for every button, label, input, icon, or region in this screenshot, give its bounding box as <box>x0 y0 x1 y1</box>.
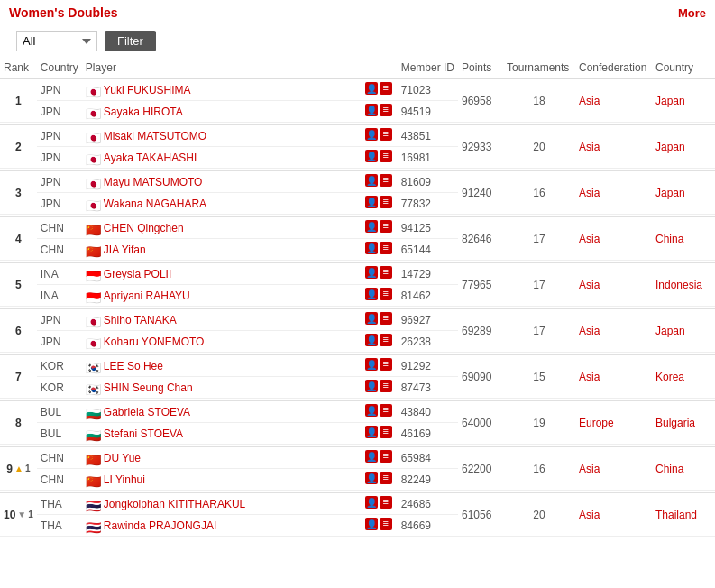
list-icon[interactable] <box>380 334 392 346</box>
player-name[interactable]: 🇯🇵Shiho TANAKA <box>82 309 362 331</box>
country-code: JPN <box>37 79 82 101</box>
player-name[interactable]: 🇯🇵Koharu YONEMOTO <box>82 331 362 353</box>
player-icons[interactable] <box>362 493 398 515</box>
player-name[interactable]: 🇯🇵Sayaka HIROTA <box>82 101 362 123</box>
list-icon[interactable] <box>380 220 392 233</box>
list-icon[interactable] <box>380 104 392 116</box>
person-icon[interactable] <box>365 150 378 162</box>
table-row: 9▲1CHN🇨🇳DU Yue659846220016AsiaChina <box>0 447 715 469</box>
player-icons[interactable] <box>362 447 398 469</box>
list-icon[interactable] <box>380 196 392 208</box>
country-code: JPN <box>37 309 82 331</box>
list-icon[interactable] <box>380 266 392 279</box>
person-icon[interactable] <box>365 496 378 509</box>
country-code: JPN <box>37 101 82 123</box>
player-name[interactable]: 🇹🇭Rawinda PRAJONGJAI <box>82 515 362 537</box>
player-name[interactable]: 🇧🇬Gabriela STOEVA <box>82 401 362 423</box>
list-icon[interactable] <box>380 518 392 530</box>
player-icons[interactable] <box>362 217 398 239</box>
rank-number: 1 <box>15 95 22 107</box>
player-name[interactable]: 🇨🇳DU Yue <box>82 447 362 469</box>
list-icon[interactable] <box>380 242 392 254</box>
player-name[interactable]: 🇨🇳JIA Yifan <box>82 239 362 261</box>
flag-icon: 🇮🇩 <box>86 270 100 280</box>
player-name[interactable]: 🇧🇬Stefani STOEVA <box>82 423 362 445</box>
player-icons[interactable] <box>362 263 398 285</box>
person-icon[interactable] <box>365 518 378 530</box>
player-name[interactable]: 🇯🇵Misaki MATSUTOMO <box>82 125 362 147</box>
list-icon[interactable] <box>380 404 392 417</box>
player-icons[interactable] <box>362 401 398 423</box>
country-filter-select[interactable]: All <box>16 31 97 51</box>
player-icons[interactable] <box>362 355 398 377</box>
list-icon[interactable] <box>380 82 392 95</box>
player-icons[interactable] <box>362 147 398 169</box>
player-icons[interactable] <box>362 125 398 147</box>
list-icon[interactable] <box>380 288 392 300</box>
player-name[interactable]: 🇰🇷LEE So Hee <box>82 355 362 377</box>
person-icon[interactable] <box>365 334 378 346</box>
confederation: Europe <box>575 401 652 445</box>
list-icon[interactable] <box>380 128 392 141</box>
player-icons[interactable] <box>362 79 398 101</box>
player-name[interactable]: 🇯🇵Wakana NAGAHARA <box>82 193 362 215</box>
list-icon[interactable] <box>380 312 392 325</box>
player-name[interactable]: 🇨🇳CHEN Qingchen <box>82 217 362 239</box>
list-icon[interactable] <box>380 450 392 463</box>
list-icon[interactable] <box>380 496 392 509</box>
list-icon[interactable] <box>380 358 392 371</box>
country-code: JPN <box>37 147 82 169</box>
rank-number: 4 <box>15 233 22 245</box>
player-name[interactable]: 🇹🇭Jongkolphan KITITHARAKUL <box>82 493 362 515</box>
list-icon[interactable] <box>380 426 392 438</box>
person-icon[interactable] <box>365 312 378 325</box>
person-icon[interactable] <box>365 404 378 417</box>
rank-cell: 5 <box>0 263 37 307</box>
list-icon[interactable] <box>380 174 392 187</box>
player-name[interactable]: 🇨🇳LI Yinhui <box>82 469 362 491</box>
person-icon[interactable] <box>365 128 378 141</box>
country-name: Japan <box>652 171 715 215</box>
player-name[interactable]: 🇯🇵Mayu MATSUMOTO <box>82 171 362 193</box>
person-icon[interactable] <box>365 196 378 208</box>
rankings-table: Rank Country Player Member ID Points Tou… <box>0 57 715 537</box>
player-name[interactable]: 🇮🇩Apriyani RAHAYU <box>82 285 362 307</box>
player-icons[interactable] <box>362 469 398 491</box>
list-icon[interactable] <box>380 380 392 392</box>
player-icons[interactable] <box>362 423 398 445</box>
col-player: Player <box>82 57 362 79</box>
player-icons[interactable] <box>362 285 398 307</box>
filter-button[interactable]: Filter <box>105 31 156 51</box>
person-icon[interactable] <box>365 380 378 392</box>
person-icon[interactable] <box>365 104 378 116</box>
player-icons[interactable] <box>362 101 398 123</box>
player-icons[interactable] <box>362 239 398 261</box>
rank-number: 3 <box>15 187 22 199</box>
person-icon[interactable] <box>365 220 378 233</box>
player-icons[interactable] <box>362 309 398 331</box>
player-icons[interactable] <box>362 171 398 193</box>
player-icons[interactable] <box>362 377 398 399</box>
player-icons[interactable] <box>362 515 398 537</box>
player-name[interactable]: 🇯🇵Yuki FUKUSHIMA <box>82 79 362 101</box>
person-icon[interactable] <box>365 472 378 484</box>
more-link[interactable]: More <box>678 6 706 20</box>
list-icon[interactable] <box>380 150 392 162</box>
person-icon[interactable] <box>365 266 378 279</box>
person-icon[interactable] <box>365 450 378 463</box>
person-icon[interactable] <box>365 174 378 187</box>
rank-cell: 7 <box>0 355 37 399</box>
player-name[interactable]: 🇮🇩Greysia POLII <box>82 263 362 285</box>
rank-number: 5 <box>15 279 22 291</box>
rank-cell: 9▲1 <box>0 447 37 491</box>
person-icon[interactable] <box>365 426 378 438</box>
list-icon[interactable] <box>380 472 392 484</box>
player-name[interactable]: 🇰🇷SHIN Seung Chan <box>82 377 362 399</box>
player-name[interactable]: 🇯🇵Ayaka TAKAHASHI <box>82 147 362 169</box>
player-icons[interactable] <box>362 331 398 353</box>
person-icon[interactable] <box>365 242 378 254</box>
player-icons[interactable] <box>362 193 398 215</box>
person-icon[interactable] <box>365 82 378 95</box>
person-icon[interactable] <box>365 358 378 371</box>
person-icon[interactable] <box>365 288 378 300</box>
